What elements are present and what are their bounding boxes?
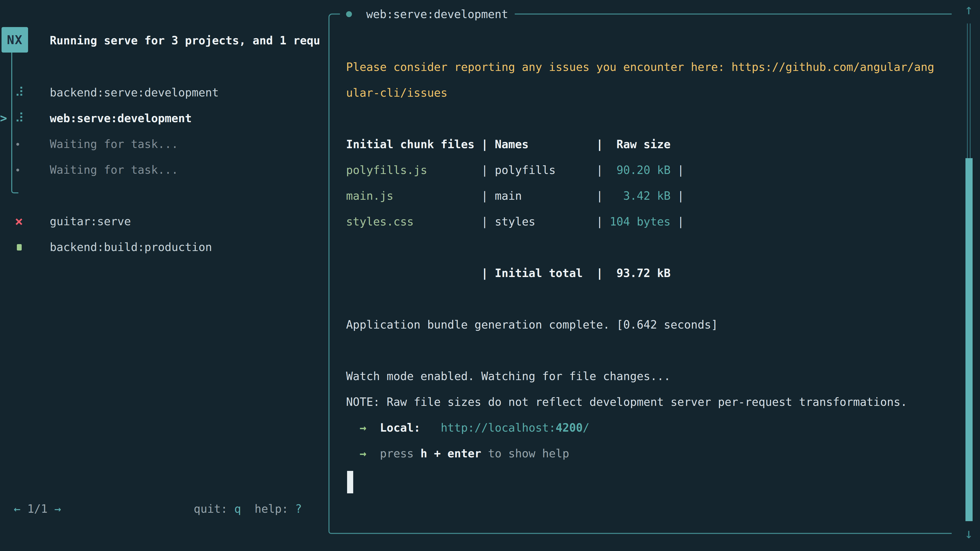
selection-chevron-icon: >: [0, 105, 7, 131]
text-segment: |: [671, 164, 684, 176]
pager[interactable]: ← 1/1 →: [14, 496, 61, 522]
task-list: ⠼backend:serve:development>⠼web:serve:de…: [0, 79, 328, 260]
terminal-line: | Initial total | 93.72 kB: [346, 260, 934, 286]
task-list-item[interactable]: >⠼web:serve:development: [0, 105, 328, 131]
text-segment: | styles |: [414, 215, 610, 228]
text-segment: quit:: [194, 502, 234, 515]
text-segment: | main |: [393, 189, 610, 202]
waiting-dot-icon: [16, 143, 19, 146]
terminal-line: NOTE: Raw file sizes do not reflect deve…: [346, 389, 934, 415]
text-segment: help:: [241, 502, 295, 515]
local-url-link[interactable]: /: [583, 421, 590, 434]
terminal-cursor: [347, 471, 353, 493]
scrollbar-track[interactable]: [967, 24, 970, 158]
task-label: backend:build:production: [50, 234, 212, 260]
sidebar: NX Running serve for 3 projects, and 1 r…: [0, 0, 328, 551]
local-url-link[interactable]: http://localhost:: [420, 421, 555, 434]
task-list-item[interactable]: ⠼backend:serve:development: [0, 79, 328, 105]
terminal-line: Please consider reporting any issues you…: [346, 54, 934, 80]
status-dot-icon: [346, 11, 352, 17]
panel-title-text: web:serve:development: [366, 8, 508, 21]
terminal-line: styles.css | styles | 104 bytes |: [346, 209, 934, 234]
terminal-output: Please consider reporting any issues you…: [346, 54, 934, 466]
text-segment: | polyfills |: [427, 164, 610, 176]
task-list-item[interactable]: ×guitar:serve: [0, 208, 328, 234]
text-segment: →: [346, 421, 373, 434]
text-segment: ←: [14, 502, 21, 515]
task-label: backend:serve:development: [50, 79, 219, 105]
scroll-down-icon[interactable]: ↓: [962, 526, 976, 541]
nx-tui-screen: NX Running serve for 3 projects, and 1 r…: [0, 0, 980, 551]
scrollbar-thumb[interactable]: [966, 158, 973, 521]
panel-title: web:serve:development: [340, 6, 515, 22]
text-segment: main.js: [346, 189, 393, 202]
keybar: quit: q help: ?: [194, 496, 302, 522]
text-segment: NOTE: Raw file sizes do not reflect deve…: [346, 395, 907, 408]
terminal-line: [346, 338, 934, 363]
text-segment: →: [54, 502, 61, 515]
task-label: Waiting for task...: [50, 131, 178, 157]
text-segment: | Initial total | 93.72 kB: [346, 267, 671, 279]
error-icon: ×: [15, 208, 23, 234]
nx-logo: NX: [2, 27, 28, 52]
text-segment: styles.css: [346, 215, 414, 228]
spinner-icon: ⠼: [15, 105, 24, 131]
terminal-line: Watch mode enabled. Watching for file ch…: [346, 363, 934, 389]
github-issues-link[interactable]: ular-cli/issues: [346, 86, 447, 99]
text-segment: |: [671, 215, 684, 228]
task-list-spacer: [0, 183, 328, 208]
scroll-up-icon[interactable]: ↑: [962, 2, 976, 17]
terminal-line: ular-cli/issues: [346, 80, 934, 106]
text-segment: h + enter: [420, 447, 481, 460]
app-title: Running serve for 3 projects, and 1 requ: [50, 33, 320, 48]
terminal-line: → press h + enter to show help: [346, 441, 934, 466]
text-segment: to show help: [481, 447, 569, 460]
task-label: Waiting for task...: [50, 157, 178, 183]
terminal-line: Initial chunk files | Names | Raw size: [346, 131, 934, 157]
text-segment: Initial chunk files | Names | Raw size: [346, 138, 671, 151]
text-segment: →: [346, 447, 373, 460]
text-segment: ?: [295, 502, 302, 515]
text-segment: 104 bytes: [610, 215, 670, 228]
terminal-line: [346, 106, 934, 131]
text-segment: q: [234, 502, 241, 515]
github-issues-link[interactable]: Please consider reporting any issues you…: [346, 60, 934, 73]
task-list-item[interactable]: Waiting for task...: [0, 157, 328, 183]
waiting-dot-icon: [16, 168, 19, 171]
text-segment: 3.42 kB: [610, 189, 670, 202]
local-url-link[interactable]: 4200: [555, 421, 583, 434]
terminal-line: → Local: http://localhost:4200/: [346, 415, 934, 441]
text-segment: 1/1: [21, 502, 54, 515]
task-label: guitar:serve: [50, 208, 131, 234]
terminal-line: [346, 286, 934, 312]
terminal-line: Application bundle generation complete. …: [346, 312, 934, 338]
text-segment: Application bundle generation complete. …: [346, 318, 718, 331]
text-segment: press: [373, 447, 420, 460]
terminal-line: main.js | main | 3.42 kB |: [346, 183, 934, 209]
terminal-line: polyfills.js | polyfills | 90.20 kB |: [346, 157, 934, 183]
text-segment: polyfills.js: [346, 164, 427, 176]
text-segment: Watch mode enabled. Watching for file ch…: [346, 370, 671, 383]
task-list-item[interactable]: Waiting for task...: [0, 131, 328, 157]
text-segment: Local:: [373, 421, 420, 434]
terminal-line: [346, 234, 934, 260]
task-label: web:serve:development: [50, 105, 192, 131]
sidebar-bottom-bar: ← 1/1 → quit: q help: ?: [0, 496, 328, 522]
task-list-item[interactable]: backend:build:production: [0, 234, 328, 260]
text-segment: |: [671, 189, 684, 202]
success-icon: [17, 244, 22, 251]
text-segment: 90.20 kB: [610, 164, 670, 176]
spinner-icon: ⠼: [15, 79, 24, 105]
